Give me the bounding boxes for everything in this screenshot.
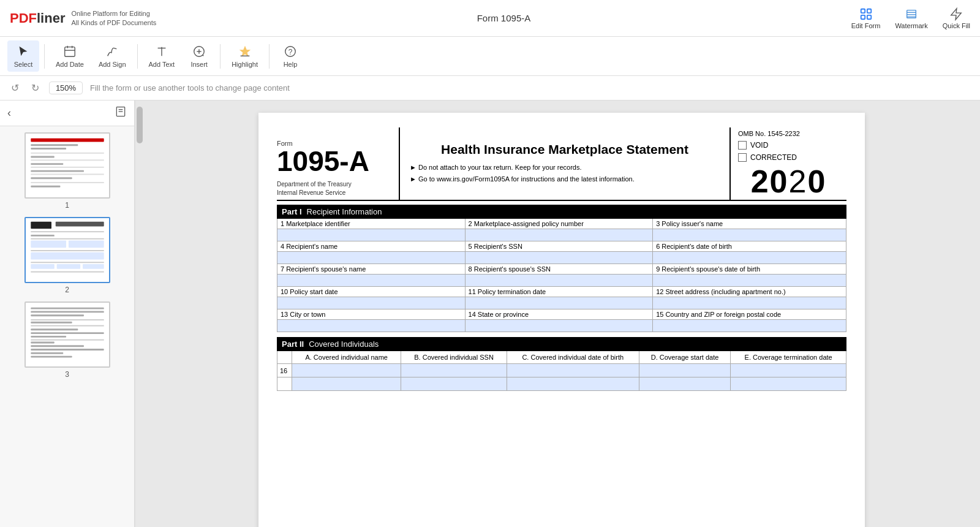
row17-col-c[interactable] [507,377,639,391]
field15-input[interactable] [653,320,846,332]
svg-rect-1 [867,9,870,12]
field7-label: 7 Recipient's spouse's name [277,264,466,275]
top-right-tools: Edit Form Watermark Quick Fill [851,7,970,29]
logo-pdf: PDF [10,10,37,26]
insert-tool[interactable]: Insert [183,40,215,72]
add-text-tool[interactable]: Add Text [143,40,181,72]
field8-input[interactable] [465,275,653,287]
thumb-box-3 [24,301,110,368]
document-area[interactable]: Form 1095-A Department of the Treasury I… [143,100,980,527]
main-area: ‹ [0,100,980,527]
thumbnail-2[interactable]: 2 [24,217,110,294]
sidebar-controls: ‹ [0,100,134,126]
add-sign-tool[interactable]: Add Sign [92,40,132,72]
void-checkbox[interactable] [738,141,747,150]
scroll-thumb[interactable] [137,107,143,143]
quick-fill-button[interactable]: Quick Fill [943,7,970,29]
field6-input[interactable] [653,252,846,264]
redo-button[interactable]: ↻ [29,81,42,95]
undo-button[interactable]: ↺ [9,81,21,95]
svg-rect-62 [31,339,104,341]
field9-input[interactable] [653,275,846,287]
row16-col-e[interactable] [731,364,846,377]
scroll-track [135,100,143,527]
edit-form-button[interactable]: Edit Form [851,7,881,29]
svg-rect-26 [31,148,66,150]
sidebar-collapse-button[interactable]: ‹ [7,107,11,119]
field4-input[interactable] [277,252,466,264]
logo: PDFliner [10,10,65,26]
table-row [277,320,846,332]
field2-input[interactable] [465,229,653,241]
select-tool[interactable]: Select [7,40,39,72]
thumbnail-3[interactable]: 3 [24,301,110,379]
field12-label: 12 Street address (including apartment n… [653,287,846,297]
tax-year: 2020 [738,165,839,197]
separator [220,44,221,69]
highlight-tool[interactable]: Highlight [225,40,264,72]
field12-input[interactable] [653,297,846,309]
field5-label: 5 Recipient's SSN [465,241,653,252]
field1-input[interactable] [277,229,466,241]
row16-col-b[interactable] [401,364,507,377]
field14-input[interactable] [465,320,653,332]
table-row [277,297,846,309]
svg-rect-51 [31,271,104,273]
svg-rect-24 [31,138,104,142]
table-row [277,377,846,391]
row16-num: 16 [277,364,292,377]
field1-label: 1 Marketplace identifier [277,219,466,229]
svg-rect-60 [31,332,104,334]
svg-rect-33 [31,173,104,175]
corrected-checkbox[interactable] [738,153,747,162]
row17-col-d[interactable] [639,377,731,391]
field10-input[interactable] [277,297,466,309]
thumb-label-3: 3 [65,370,69,379]
field3-input[interactable] [653,229,846,241]
svg-rect-36 [31,186,60,188]
row16-col-d[interactable] [639,364,731,377]
document-title: Form 1095-A [477,13,531,23]
dept-text: Department of the Treasury Internal Reve… [277,175,391,197]
watermark-button[interactable]: Watermark [895,7,927,29]
add-date-tool[interactable]: Add Date [50,40,90,72]
field11-input[interactable] [465,297,653,309]
part1-header: Part I Recipient Information [277,205,846,219]
row16-col-a[interactable] [292,364,401,377]
svg-rect-58 [31,325,104,327]
thumbnail-1[interactable]: 1 [24,132,110,210]
vertical-scrollbar[interactable] [135,100,143,527]
svg-rect-47 [31,262,104,263]
document-page: Form 1095-A Department of the Treasury I… [258,113,865,527]
row17-num [277,377,292,391]
field5-input[interactable] [465,252,653,264]
separator [44,44,45,69]
row17-col-b[interactable] [401,377,507,391]
svg-text:?: ? [288,48,293,56]
thumb-box-1 [24,132,110,199]
field13-input[interactable] [277,320,466,332]
field2-label: 2 Marketplace-assigned policy number [465,219,653,229]
svg-rect-0 [861,9,864,12]
zoom-level[interactable]: 150% [49,82,83,94]
svg-rect-49 [56,264,80,269]
thumb-label-1: 1 [65,201,69,210]
field15-label: 15 Country and ZIP or foreign postal cod… [653,309,846,320]
omb-number: OMB No. 1545-2232 [738,130,839,137]
svg-rect-54 [31,311,104,313]
svg-rect-31 [31,167,104,168]
sidebar-bookmark-button[interactable] [115,105,127,121]
form-main-title: Health Insurance Marketplace Statement [410,142,720,157]
row17-col-e[interactable] [731,377,846,391]
help-tool[interactable]: ? Help [274,40,306,72]
field8-label: 8 Recipient's spouse's SSN [465,264,653,275]
table-row [277,229,846,241]
separator [269,44,270,69]
help-icon: ? [283,44,298,59]
svg-rect-38 [31,222,51,229]
field7-input[interactable] [277,275,466,287]
logo-liner: liner [37,10,65,26]
row16-col-c[interactable] [507,364,639,377]
svg-rect-28 [31,156,55,158]
row17-col-a[interactable] [292,377,401,391]
